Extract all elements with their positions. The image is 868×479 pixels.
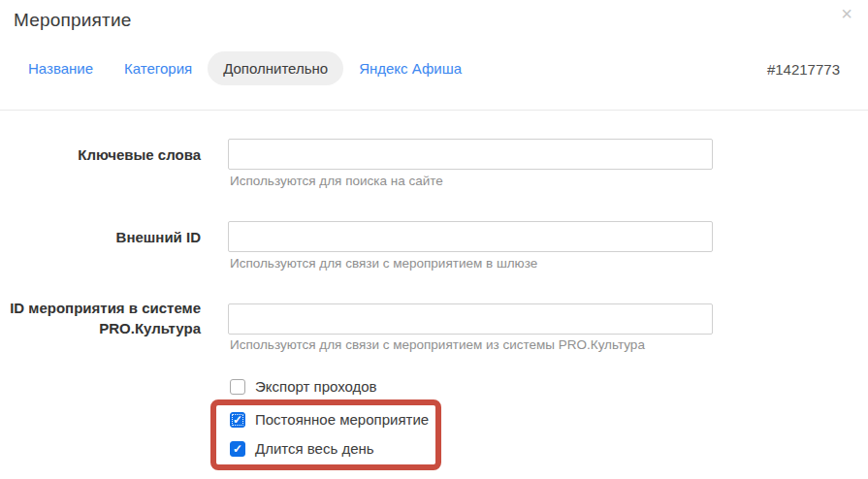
external-id-label: Внешний ID xyxy=(0,227,201,247)
checkbox-row-export-passes: ✓ Экспорт проходов xyxy=(230,378,377,395)
checkbox-row-all-day: ✓ Длится весь день xyxy=(230,440,374,457)
permanent-event-checkbox[interactable]: ✓ xyxy=(230,412,245,428)
event-modal: Мероприятие × Название Категория Дополни… xyxy=(0,0,868,479)
permanent-event-label: Постоянное мероприятие xyxy=(255,411,429,428)
keywords-hint: Используются для поиска на сайте xyxy=(230,174,443,188)
annotation-highlight-box xyxy=(210,399,441,470)
close-icon[interactable]: × xyxy=(841,4,852,23)
pro-culture-id-input[interactable] xyxy=(228,303,713,335)
all-day-checkbox[interactable]: ✓ xyxy=(230,441,245,457)
external-id-input[interactable] xyxy=(228,221,713,252)
pro-culture-id-label: ID мероприятия в системе PRO.Культура xyxy=(0,298,201,338)
tab-category[interactable]: Категория xyxy=(109,51,208,85)
tab-name[interactable]: Название xyxy=(13,51,109,85)
tab-yandex-afisha[interactable]: Яндекс Афиша xyxy=(343,51,477,85)
checkbox-row-permanent-event: ✓ Постоянное мероприятие xyxy=(230,411,429,428)
export-passes-checkbox[interactable]: ✓ xyxy=(230,379,245,395)
tab-bar: Название Категория Дополнительно Яндекс … xyxy=(13,51,477,85)
keywords-input[interactable] xyxy=(228,139,713,170)
page-title: Мероприятие xyxy=(14,10,132,31)
export-passes-label: Экспорт проходов xyxy=(255,378,377,395)
checkmark-icon: ✓ xyxy=(233,442,242,456)
event-id: #14217773 xyxy=(767,61,840,78)
tab-additional[interactable]: Дополнительно xyxy=(208,51,343,85)
checkmark-icon: ✓ xyxy=(233,413,242,427)
external-id-hint: Используются для связи с мероприятием в … xyxy=(230,256,537,271)
pro-culture-id-hint: Используются для связи с мероприятием из… xyxy=(230,337,645,352)
keywords-label: Ключевые слова xyxy=(0,144,201,165)
divider xyxy=(0,110,868,111)
all-day-label: Длится весь день xyxy=(255,440,374,457)
